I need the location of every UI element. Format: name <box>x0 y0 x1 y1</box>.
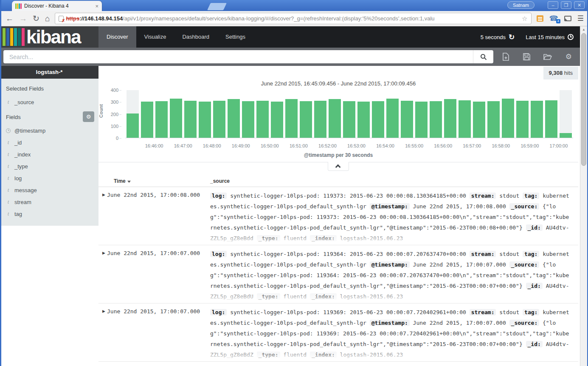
scrollbar-thumb[interactable] <box>581 33 586 166</box>
tab-close-icon[interactable]: × <box>95 3 98 9</box>
nav-discover[interactable]: Discover <box>98 26 136 48</box>
time-range-picker[interactable]: Last 15 minutes <box>526 34 574 40</box>
browser-tab[interactable]: Discover - Kibana 4 × <box>12 1 102 11</box>
field-name: tag <box>14 211 22 217</box>
field-item-timestamp[interactable]: @timestamp <box>6 125 94 136</box>
histogram-bar[interactable] <box>343 101 355 138</box>
open-search-icon[interactable] <box>543 54 552 60</box>
nav-settings[interactable]: Settings <box>217 26 253 48</box>
back-icon[interactable]: ← <box>6 14 14 23</box>
field-item-source[interactable]: t_source <box>6 96 94 108</box>
x-tick-label: 16:46:00 <box>145 143 163 148</box>
scrollbar-up-arrow[interactable]: ▲ <box>580 26 587 33</box>
page-scrollbar[interactable]: ▲ <box>580 26 587 366</box>
histogram-bar[interactable] <box>357 102 370 138</box>
field-item-type[interactable]: t_type <box>6 160 94 172</box>
histogram-bar[interactable] <box>300 101 312 138</box>
histogram-bar[interactable] <box>170 99 182 138</box>
histogram-bar[interactable] <box>256 101 269 138</box>
histogram-bar[interactable] <box>285 99 298 138</box>
histogram-bar[interactable] <box>560 133 572 138</box>
x-tick-label: 16:51:00 <box>290 143 308 148</box>
bookmark-star-icon[interactable]: ☆ <box>522 15 527 23</box>
histogram-bar[interactable] <box>271 102 283 138</box>
extension-phone-icon[interactable]: ☎4 <box>549 15 558 22</box>
histogram-bar[interactable] <box>516 101 529 138</box>
x-tick-label: 17:00:00 <box>550 143 568 148</box>
field-item-stream[interactable]: tstream <box>6 196 94 208</box>
browser-profile-button[interactable]: Satnam <box>507 1 535 9</box>
extension-cast-icon[interactable] <box>564 16 571 21</box>
field-item-tag[interactable]: ttag <box>6 208 94 220</box>
field-badge: _id: <box>526 283 543 289</box>
field-badge: _source: <box>509 320 540 326</box>
field-item-log[interactable]: tlog <box>6 172 94 184</box>
nav-visualize[interactable]: Visualize <box>136 26 174 48</box>
histogram-bar[interactable] <box>531 101 543 138</box>
search-box[interactable] <box>3 50 493 63</box>
chart-y-axis: 4003002001000 <box>98 90 122 138</box>
search-submit-button[interactable] <box>473 50 493 63</box>
histogram-bar[interactable] <box>242 101 254 138</box>
histogram-bar[interactable] <box>141 102 153 138</box>
histogram-bar[interactable] <box>314 101 326 138</box>
minimize-button[interactable]: – <box>548 1 558 9</box>
kibana-nav-items: DiscoverVisualizeDashboardSettings <box>98 26 253 48</box>
column-header-time[interactable]: Time <box>114 178 131 184</box>
column-header-source: _source <box>210 178 230 184</box>
histogram-bar-slot <box>444 90 456 138</box>
nav-dashboard[interactable]: Dashboard <box>174 26 217 48</box>
histogram-bar-slot <box>285 90 298 138</box>
histogram-bar[interactable] <box>401 101 413 138</box>
new-tab-button[interactable] <box>207 3 227 10</box>
histogram-bar[interactable] <box>372 101 384 138</box>
kibana-logo[interactable]: kibana <box>0 26 98 48</box>
histogram-bar-slot <box>343 90 355 138</box>
histogram-bar[interactable] <box>459 100 471 138</box>
maximize-button[interactable]: ❐ <box>561 1 571 9</box>
field-badge: tag: <box>523 309 539 315</box>
histogram-bar[interactable] <box>213 101 225 138</box>
settings-gear-icon[interactable]: ⚙ <box>565 53 572 60</box>
histogram-bar[interactable] <box>228 99 240 138</box>
logo-stripe <box>18 28 21 46</box>
histogram-bar[interactable] <box>386 99 399 138</box>
extension-orange-icon[interactable] <box>537 15 543 22</box>
save-search-icon[interactable] <box>523 53 530 60</box>
histogram-bar[interactable] <box>184 101 197 138</box>
histogram-bar[interactable] <box>502 99 514 138</box>
home-icon[interactable]: ⌂ <box>45 14 50 23</box>
field-item-message[interactable]: tmessage <box>6 184 94 196</box>
histogram-bar[interactable] <box>329 99 341 138</box>
url-text[interactable]: https://146.148.94.154/api/v1/proxy/name… <box>66 15 520 22</box>
histogram-bar[interactable] <box>415 102 428 138</box>
url-bar[interactable]: https://146.148.94.154/api/v1/proxy/name… <box>55 13 531 24</box>
histogram-bar[interactable] <box>487 101 500 138</box>
close-button[interactable]: ✕ <box>574 1 585 9</box>
histogram-bar[interactable] <box>545 100 557 138</box>
histogram-bar[interactable] <box>430 101 442 138</box>
field-item-id[interactable]: t_id <box>6 136 94 148</box>
index-pattern-selector[interactable]: logstash-* <box>0 66 98 79</box>
clock-field-icon <box>6 128 11 133</box>
row-source: log: synthetic-logger-10lps-pod: 119369:… <box>210 307 578 360</box>
browser-menu-icon[interactable]: ☰ <box>577 14 584 23</box>
search-input[interactable] <box>3 54 473 60</box>
field-item-index[interactable]: t_index <box>6 148 94 160</box>
histogram-bar[interactable] <box>473 102 485 138</box>
expand-row-icon[interactable]: ▶ <box>98 307 107 361</box>
expand-row-icon[interactable]: ▶ <box>98 249 107 303</box>
insecure-page-icon[interactable] <box>59 16 64 22</box>
new-search-icon[interactable] <box>502 53 509 61</box>
refresh-interval-picker[interactable]: 5 seconds ↻ <box>481 34 515 41</box>
histogram-bar[interactable] <box>127 113 139 138</box>
reload-icon[interactable]: ↻ <box>33 14 39 23</box>
histogram-bar[interactable] <box>444 99 456 138</box>
histogram-bar[interactable] <box>155 101 168 138</box>
expand-row-icon[interactable]: ▶ <box>98 190 107 245</box>
field-settings-gear-button[interactable]: ⚙ <box>83 111 94 122</box>
histogram-bar[interactable] <box>199 102 211 138</box>
auto-refresh-icon: ↻ <box>509 34 515 41</box>
collapse-histogram-button[interactable] <box>328 162 349 171</box>
field-badge: @timestamp: <box>370 261 410 268</box>
